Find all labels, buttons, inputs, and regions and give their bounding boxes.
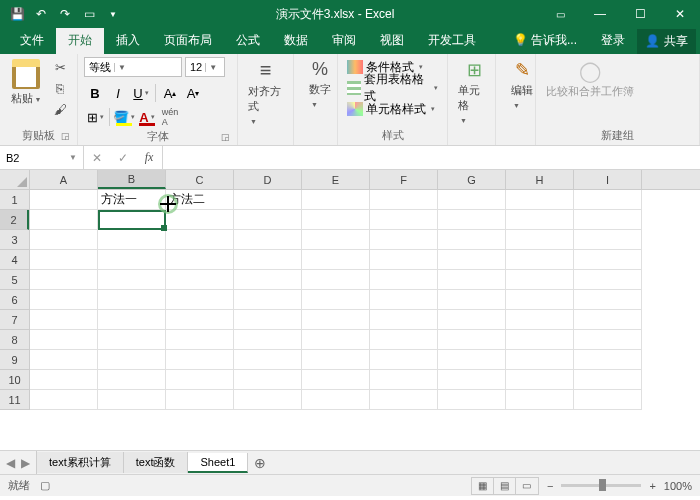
cell[interactable]: [98, 210, 166, 230]
cell[interactable]: [302, 190, 370, 210]
underline-button[interactable]: U▾: [130, 82, 152, 104]
cell[interactable]: [98, 370, 166, 390]
cell[interactable]: [574, 370, 642, 390]
spreadsheet-grid[interactable]: ABCDEFGHI 1234567891011 方法一方法二: [0, 170, 700, 450]
cell[interactable]: [438, 370, 506, 390]
row-header[interactable]: 8: [0, 330, 29, 350]
close-icon[interactable]: ✕: [660, 0, 700, 28]
normal-view-icon[interactable]: ▦: [472, 478, 494, 494]
cell[interactable]: [302, 370, 370, 390]
cell[interactable]: [574, 210, 642, 230]
minimize-icon[interactable]: —: [580, 0, 620, 28]
column-header[interactable]: D: [234, 170, 302, 189]
cell-styles-button[interactable]: 单元格样式▾: [344, 99, 438, 119]
sheet-tab-3[interactable]: Sheet1: [188, 453, 248, 473]
row-header[interactable]: 2: [0, 210, 29, 230]
cell[interactable]: [370, 330, 438, 350]
column-header[interactable]: G: [438, 170, 506, 189]
number-button[interactable]: %数字▼: [300, 57, 340, 111]
cell[interactable]: [574, 190, 642, 210]
fill-color-button[interactable]: 🪣▾: [113, 106, 135, 128]
sheet-tab-1[interactable]: text累积计算: [37, 452, 124, 473]
column-header[interactable]: B: [98, 170, 166, 189]
column-header[interactable]: E: [302, 170, 370, 189]
cell[interactable]: [302, 270, 370, 290]
cell[interactable]: [506, 190, 574, 210]
page-break-view-icon[interactable]: ▭: [516, 478, 538, 494]
increase-font-button[interactable]: A▴: [159, 82, 181, 104]
cell[interactable]: [506, 270, 574, 290]
cell[interactable]: [438, 310, 506, 330]
cell[interactable]: [438, 210, 506, 230]
cell[interactable]: [234, 190, 302, 210]
cell[interactable]: [574, 330, 642, 350]
dialog-launcher-icon[interactable]: ◲: [59, 131, 71, 143]
cell[interactable]: [166, 370, 234, 390]
cell[interactable]: [98, 390, 166, 410]
row-header[interactable]: 3: [0, 230, 29, 250]
sheet-nav-prev-icon[interactable]: ◀: [6, 456, 15, 470]
ribbon-options-icon[interactable]: ▭: [540, 0, 580, 28]
cell[interactable]: [506, 290, 574, 310]
cell[interactable]: [234, 310, 302, 330]
table-format-button[interactable]: 套用表格格式▾: [344, 78, 441, 98]
cell[interactable]: [166, 210, 234, 230]
cell[interactable]: [574, 350, 642, 370]
share-button[interactable]: 👤共享: [637, 29, 696, 54]
font-size-combo[interactable]: 12▼: [185, 57, 225, 77]
cell[interactable]: [234, 290, 302, 310]
cell[interactable]: [302, 350, 370, 370]
tab-insert[interactable]: 插入: [104, 28, 152, 54]
name-box[interactable]: B2▼: [0, 146, 84, 169]
cell[interactable]: [574, 230, 642, 250]
cell[interactable]: [166, 350, 234, 370]
cell[interactable]: [302, 250, 370, 270]
cell[interactable]: [98, 330, 166, 350]
cell[interactable]: [166, 250, 234, 270]
redo-icon[interactable]: ↷: [54, 3, 76, 25]
cell[interactable]: [98, 250, 166, 270]
cell[interactable]: [506, 330, 574, 350]
row-header[interactable]: 7: [0, 310, 29, 330]
cell[interactable]: [438, 350, 506, 370]
cell[interactable]: [370, 290, 438, 310]
tab-view[interactable]: 视图: [368, 28, 416, 54]
tab-formulas[interactable]: 公式: [224, 28, 272, 54]
cell[interactable]: [506, 250, 574, 270]
cell[interactable]: [98, 230, 166, 250]
zoom-out-icon[interactable]: −: [547, 480, 553, 492]
maximize-icon[interactable]: ☐: [620, 0, 660, 28]
row-header[interactable]: 6: [0, 290, 29, 310]
row-header[interactable]: 5: [0, 270, 29, 290]
cell[interactable]: [98, 270, 166, 290]
tab-review[interactable]: 审阅: [320, 28, 368, 54]
font-name-combo[interactable]: 等线▼: [84, 57, 182, 77]
cell[interactable]: [370, 370, 438, 390]
cell[interactable]: [370, 270, 438, 290]
cell[interactable]: [98, 290, 166, 310]
qat-dropdown-icon[interactable]: ▼: [102, 3, 124, 25]
paste-button[interactable]: 粘贴▼: [6, 57, 46, 108]
cell[interactable]: [234, 370, 302, 390]
cell[interactable]: [302, 310, 370, 330]
cell[interactable]: [30, 330, 98, 350]
tell-me[interactable]: 💡 告诉我...: [501, 28, 589, 54]
phonetic-button[interactable]: wénA: [159, 106, 181, 128]
cell[interactable]: 方法一: [98, 190, 166, 210]
enter-icon[interactable]: ✓: [110, 146, 136, 169]
cell[interactable]: [506, 310, 574, 330]
cell[interactable]: [370, 350, 438, 370]
border-button[interactable]: ⊞▾: [84, 106, 106, 128]
page-layout-view-icon[interactable]: ▤: [494, 478, 516, 494]
cell[interactable]: [438, 270, 506, 290]
format-painter-icon[interactable]: 🖌: [49, 99, 71, 119]
cell[interactable]: [438, 290, 506, 310]
cell[interactable]: [166, 230, 234, 250]
add-sheet-button[interactable]: ⊕: [248, 455, 272, 471]
cell[interactable]: [574, 290, 642, 310]
column-header[interactable]: A: [30, 170, 98, 189]
cell[interactable]: [234, 210, 302, 230]
cell[interactable]: [30, 390, 98, 410]
cell[interactable]: [234, 330, 302, 350]
cell[interactable]: [30, 350, 98, 370]
